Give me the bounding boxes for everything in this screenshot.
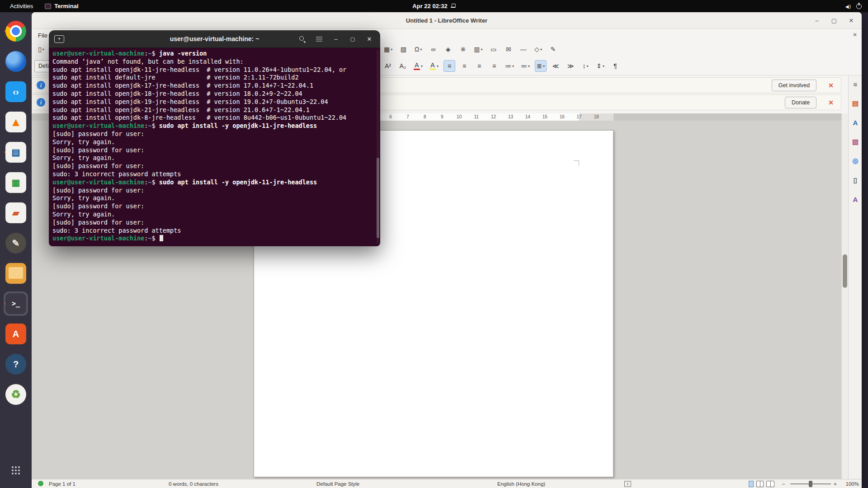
infobar-close-icon[interactable]: ✕ bbox=[828, 99, 834, 106]
dock-item-browser[interactable] bbox=[4, 49, 28, 74]
insert-table-icon[interactable]: ▦▾ bbox=[382, 43, 394, 55]
styles-icon[interactable]: A bbox=[850, 117, 861, 128]
insert-cross-reference-icon[interactable]: ※ bbox=[457, 43, 469, 55]
highlight-color-icon[interactable]: A▾ bbox=[428, 60, 440, 72]
terminal-maximize-button[interactable]: ▢ bbox=[349, 36, 356, 42]
terminal-scrollbar[interactable] bbox=[377, 50, 379, 244]
terminal-titlebar[interactable]: + user@user-virtual-machine: ~ – ▢ ✕ bbox=[49, 30, 380, 48]
zoom-slider-thumb[interactable] bbox=[809, 481, 812, 487]
new-tab-button[interactable]: + bbox=[54, 35, 64, 43]
clock-menu[interactable]: Apr 22 02:32 bbox=[412, 3, 455, 9]
get-involved-button[interactable]: Get involved bbox=[772, 80, 816, 91]
formatting-marks-icon[interactable]: ¶ bbox=[609, 60, 621, 72]
terminal-minimize-button[interactable]: – bbox=[332, 36, 340, 42]
zoom-out-button[interactable]: − bbox=[782, 481, 785, 487]
focused-app-menu[interactable]: Terminal bbox=[41, 3, 82, 9]
dock-item-calc[interactable]: ▦ bbox=[4, 170, 28, 195]
sidebar-settings-icon[interactable]: ≡ bbox=[850, 79, 861, 89]
terminal-scrollbar-thumb[interactable] bbox=[377, 158, 379, 238]
language-label[interactable]: English (Hong Kong) bbox=[497, 481, 545, 487]
writer-icon: ▤ bbox=[5, 142, 26, 163]
font-color-icon[interactable]: A▾ bbox=[412, 60, 425, 72]
dock-item-chrome[interactable] bbox=[4, 19, 28, 43]
terminal-output[interactable]: user@user-virtual-machine:~$ java -versi… bbox=[49, 48, 380, 246]
insert-special-character-icon[interactable]: Ω▾ bbox=[412, 43, 424, 55]
ruler-number: 14 bbox=[524, 114, 531, 119]
book-view-icon[interactable] bbox=[766, 481, 774, 487]
infobar-close-icon[interactable]: ✕ bbox=[828, 82, 834, 89]
dock-item-vscode[interactable]: ‹› bbox=[4, 80, 28, 104]
page-style-label[interactable]: Default Page Style bbox=[316, 481, 359, 487]
insert-horizontal-line-icon[interactable]: — bbox=[518, 43, 529, 55]
insert-hyperlink-icon[interactable]: ∞ bbox=[427, 43, 439, 55]
line-spacing-icon[interactable]: ↕▾ bbox=[580, 60, 591, 72]
terminal-line: user@user-virtual-machine:~$ bbox=[52, 235, 377, 243]
vertical-scrollbar[interactable] bbox=[841, 113, 848, 479]
freeform-line-icon[interactable]: ✎ bbox=[547, 43, 559, 55]
system-status-menu[interactable]: ◀ bbox=[845, 4, 868, 9]
dock-item-gimp[interactable]: ✎ bbox=[4, 231, 28, 255]
gallery-icon[interactable]: ▧ bbox=[850, 136, 861, 147]
dock-item-show-apps[interactable] bbox=[4, 458, 28, 483]
insert-bookmark-icon[interactable]: ◈ bbox=[442, 43, 454, 55]
outline-list-icon[interactable]: ≣▾ bbox=[535, 60, 547, 72]
dock-item-help[interactable]: ? bbox=[4, 352, 28, 376]
close-document-icon[interactable]: ✕ bbox=[853, 32, 857, 38]
writer-titlebar[interactable]: Untitled 1 - LibreOffice Writer – ▢ ✕ bbox=[32, 12, 862, 29]
properties-icon[interactable]: ▤ bbox=[850, 98, 861, 109]
writer-minimize-button[interactable]: – bbox=[813, 17, 821, 24]
scrollbar-thumb[interactable] bbox=[843, 254, 847, 288]
dock-item-vlc[interactable]: ▲ bbox=[4, 110, 28, 134]
dock-item-terminal[interactable]: >_ bbox=[4, 291, 28, 316]
view-layout-buttons[interactable] bbox=[749, 481, 777, 487]
word-count-label[interactable]: 0 words, 0 characters bbox=[169, 481, 218, 487]
align-right-icon[interactable]: ≡ bbox=[473, 60, 485, 72]
single-page-view-icon[interactable] bbox=[749, 481, 754, 487]
zoom-slider[interactable] bbox=[790, 481, 831, 487]
align-center-icon[interactable]: ≡ bbox=[458, 60, 470, 72]
updater-icon: ♻ bbox=[5, 384, 26, 405]
insert-field-icon[interactable]: ▥▾ bbox=[472, 43, 484, 55]
dock-item-files[interactable] bbox=[4, 261, 28, 286]
writer-maximize-button[interactable]: ▢ bbox=[830, 17, 838, 24]
dropdown-arrow-icon: ▾ bbox=[437, 64, 439, 68]
save-status-icon[interactable] bbox=[38, 481, 43, 487]
align-left-icon[interactable]: ≡ bbox=[443, 60, 455, 72]
justify-icon[interactable]: ≡ bbox=[488, 60, 500, 72]
superscript-icon[interactable]: A² bbox=[382, 60, 394, 72]
insert-image-icon[interactable]: ▧ bbox=[397, 43, 409, 55]
multi-page-view-icon[interactable] bbox=[756, 481, 764, 487]
increase-indent-icon[interactable]: ≫ bbox=[565, 60, 576, 72]
basic-shapes-icon[interactable]: ◇▾ bbox=[533, 43, 544, 55]
subscript-icon[interactable]: A₂ bbox=[397, 60, 409, 72]
new-document-button[interactable]: ▯▾ bbox=[35, 43, 47, 55]
terminal-line: [sudo] password for user: bbox=[52, 146, 377, 155]
decrease-indent-icon[interactable]: ≪ bbox=[550, 60, 561, 72]
terminal-close-button[interactable]: ✕ bbox=[366, 36, 373, 42]
zoom-in-button[interactable]: + bbox=[834, 481, 837, 487]
style-inspector-icon[interactable]: A bbox=[850, 194, 861, 205]
paragraph-spacing-icon[interactable]: ⇕▾ bbox=[594, 60, 606, 72]
terminal-line: sudo: 3 incorrect password attempts bbox=[52, 170, 377, 178]
activities-button[interactable]: Activities bbox=[6, 3, 37, 9]
insert-comment-icon[interactable]: ✉ bbox=[503, 43, 514, 55]
page-count-label[interactable]: Page 1 of 1 bbox=[49, 481, 75, 487]
terminal-line: Sorry, try again. bbox=[52, 138, 377, 146]
dock-item-writer[interactable]: ▤ bbox=[4, 140, 28, 164]
hamburger-menu-icon[interactable] bbox=[316, 36, 323, 42]
navigator-icon[interactable]: ◎ bbox=[850, 155, 861, 166]
bullet-list-icon[interactable]: ≔▾ bbox=[503, 60, 516, 72]
donate-button[interactable]: Donate bbox=[785, 97, 816, 108]
dock-item-updater[interactable]: ♻ bbox=[4, 382, 28, 407]
ruler-number: 15 bbox=[542, 114, 548, 119]
zoom-level-label[interactable]: 100% bbox=[846, 481, 859, 487]
page-icon[interactable]: ▯ bbox=[850, 175, 861, 186]
search-icon[interactable] bbox=[298, 35, 306, 43]
terminal-line: sudo apt install openjdk-11-jre-headless… bbox=[52, 66, 377, 74]
writer-close-button[interactable]: ✕ bbox=[847, 17, 855, 24]
dock-item-impress[interactable]: ▰ bbox=[4, 201, 28, 225]
numbered-list-icon[interactable]: ≕▾ bbox=[519, 60, 532, 72]
selection-mode-icon[interactable]: I bbox=[624, 481, 631, 487]
dock-item-software[interactable]: A bbox=[4, 322, 28, 346]
insert-text-box-icon[interactable]: ▭ bbox=[488, 43, 500, 55]
